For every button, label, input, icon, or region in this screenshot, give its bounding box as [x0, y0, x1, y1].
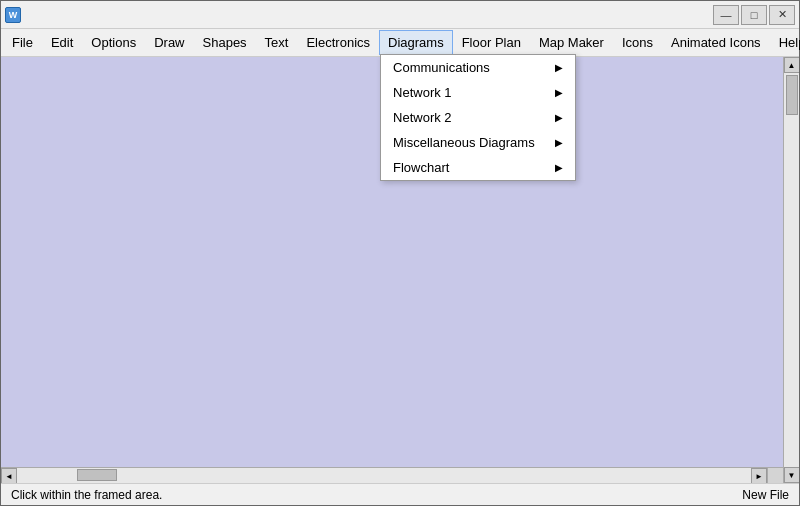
diagrams-miscellaneous[interactable]: Miscellaneous Diagrams ▶ — [381, 130, 575, 155]
menu-animated-icons[interactable]: Animated Icons — [662, 30, 770, 55]
v-scroll-track[interactable] — [785, 73, 799, 467]
submenu-arrow: ▶ — [555, 62, 563, 73]
diagrams-dropdown: Communications ▶ Network 1 ▶ Network 2 ▶… — [380, 54, 576, 181]
app-window: W — □ ✕ File Edit Options Draw — [0, 0, 800, 506]
menu-edit[interactable]: Edit — [42, 30, 82, 55]
maximize-button[interactable]: □ — [741, 5, 767, 25]
menu-floor-plan[interactable]: Floor Plan — [453, 30, 530, 55]
app-icon: W — [5, 7, 21, 23]
scroll-corner — [767, 468, 783, 483]
h-scroll-track[interactable] — [17, 468, 751, 483]
menu-text[interactable]: Text — [256, 30, 298, 55]
submenu-arrow: ▶ — [555, 137, 563, 148]
title-bar: W — □ ✕ — [1, 1, 799, 29]
menu-help[interactable]: Help — [770, 30, 800, 55]
submenu-arrow: ▶ — [555, 87, 563, 98]
v-scroll-thumb[interactable] — [786, 75, 798, 115]
status-bar: Click within the framed area. New File — [1, 483, 799, 505]
vertical-scrollbar: ▲ ▼ — [783, 57, 799, 483]
scroll-up-button[interactable]: ▲ — [784, 57, 800, 73]
diagrams-network1[interactable]: Network 1 ▶ — [381, 80, 575, 105]
menu-map-maker[interactable]: Map Maker — [530, 30, 613, 55]
submenu-arrow: ▶ — [555, 162, 563, 173]
scroll-right-button[interactable]: ► — [751, 468, 767, 483]
scroll-left-button[interactable]: ◄ — [1, 468, 17, 483]
menu-diagrams[interactable]: Diagrams Communications ▶ Network 1 ▶ Ne… — [379, 30, 453, 55]
horizontal-scrollbar: ◄ ► — [1, 467, 783, 483]
submenu-arrow: ▶ — [555, 112, 563, 123]
menu-file[interactable]: File — [3, 30, 42, 55]
h-scroll-thumb[interactable] — [77, 469, 117, 481]
menu-options[interactable]: Options — [82, 30, 145, 55]
minimize-button[interactable]: — — [713, 5, 739, 25]
diagrams-network2[interactable]: Network 2 ▶ — [381, 105, 575, 130]
menu-draw[interactable]: Draw — [145, 30, 193, 55]
new-file-button[interactable]: New File — [742, 488, 789, 502]
menu-bar: File Edit Options Draw Shapes Text Elect… — [1, 29, 799, 57]
window-controls: — □ ✕ — [713, 5, 795, 25]
scroll-down-button[interactable]: ▼ — [784, 467, 800, 483]
menu-shapes[interactable]: Shapes — [194, 30, 256, 55]
menu-electronics[interactable]: Electronics — [297, 30, 379, 55]
menu-icons[interactable]: Icons — [613, 30, 662, 55]
title-bar-left: W — [5, 7, 21, 23]
diagrams-communications[interactable]: Communications ▶ — [381, 55, 575, 80]
status-hint: Click within the framed area. — [11, 488, 162, 502]
diagrams-flowchart[interactable]: Flowchart ▶ — [381, 155, 575, 180]
close-button[interactable]: ✕ — [769, 5, 795, 25]
